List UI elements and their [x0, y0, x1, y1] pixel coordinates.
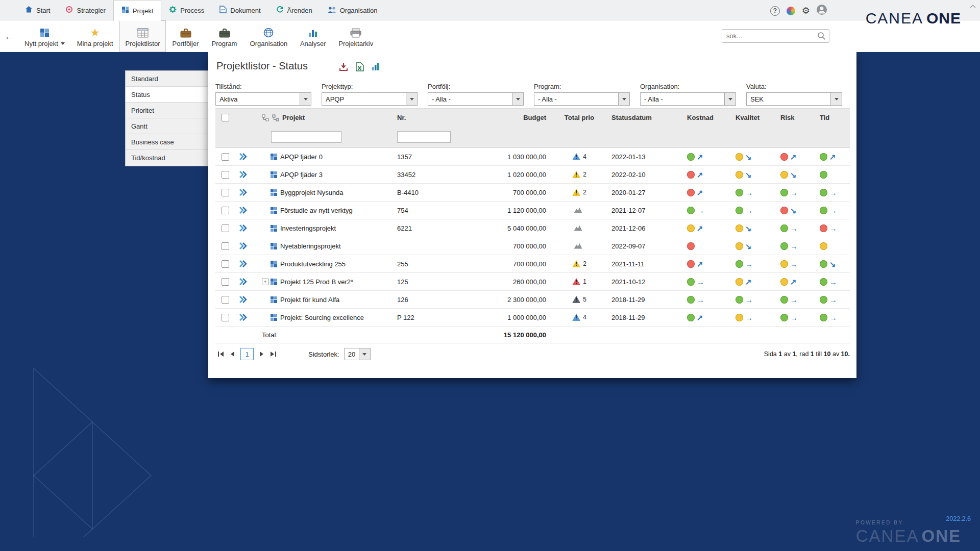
project-name-link[interactable]: Projekt för kund Alfa — [280, 296, 339, 304]
back-arrow-icon[interactable]: ← — [4, 30, 15, 43]
row-checkbox[interactable] — [222, 224, 229, 232]
open-project-button[interactable] — [235, 296, 258, 303]
toolbar-projektlistor[interactable]: Projektlistor — [119, 20, 166, 52]
sidebar-item[interactable]: Tid/kostnad — [126, 150, 208, 166]
status-date: 2021-12-06 — [607, 224, 674, 232]
open-project-button[interactable] — [235, 314, 258, 321]
toolbar-mina-projekt[interactable]: ★ Mina projekt — [71, 20, 119, 52]
column-header-statusdatum[interactable]: Statusdatum — [607, 114, 674, 121]
search-input[interactable] — [722, 29, 829, 43]
filter-dropdown[interactable]: APQP — [322, 92, 418, 106]
select-all-checkbox[interactable] — [222, 114, 229, 121]
toolbar-organisation[interactable]: Organisation — [244, 20, 294, 52]
project-name-link[interactable]: Investeringsprojekt — [280, 224, 336, 232]
projekt-filter-input[interactable] — [271, 131, 341, 143]
chart-view-icon[interactable] — [372, 63, 380, 73]
open-project-button[interactable] — [235, 242, 258, 249]
expand-row-toggle[interactable] — [262, 279, 268, 285]
toolbar-program[interactable]: Program — [205, 20, 244, 52]
open-project-button[interactable] — [235, 207, 258, 214]
project-name-link[interactable]: Byggprojekt Nysunda — [280, 189, 344, 196]
status-dot — [736, 224, 743, 232]
toolbar-projektarkiv[interactable]: Projektarkiv — [332, 20, 379, 52]
project-name-link[interactable]: Nyetableringsprojekt — [280, 242, 341, 250]
tab-process[interactable]: Process — [161, 0, 212, 20]
priority-icon — [572, 260, 580, 268]
toolbar-nytt-projekt[interactable]: Nytt projekt — [18, 20, 71, 52]
chevron-down-icon[interactable] — [512, 93, 523, 105]
chevron-down-icon[interactable] — [830, 93, 842, 105]
column-header-projekt[interactable]: Projekt — [282, 114, 305, 121]
row-checkbox[interactable] — [222, 189, 229, 196]
column-header-nr[interactable]: Nr. — [393, 114, 487, 121]
chevron-down-icon[interactable] — [406, 93, 417, 105]
sidebar-item[interactable]: Business case — [126, 134, 208, 150]
chevron-down-icon[interactable] — [300, 93, 311, 105]
tab-dokument[interactable]: Dokument — [212, 0, 268, 20]
row-checkbox[interactable] — [222, 296, 229, 304]
open-project-button[interactable] — [235, 153, 258, 160]
open-project-button[interactable] — [235, 189, 258, 196]
filter-dropdown[interactable]: Aktiva — [215, 92, 311, 106]
tab-strategier[interactable]: Strategier — [58, 0, 113, 20]
sidebar-item[interactable]: Standard — [126, 71, 208, 87]
chevron-up-icon[interactable] — [969, 1, 976, 10]
project-name-link[interactable]: Projekt 125 Prod B ver2* — [280, 278, 353, 286]
row-checkbox[interactable] — [222, 153, 229, 161]
column-header-risk[interactable]: Risk — [768, 114, 812, 121]
tab-organisation[interactable]: Organisation — [320, 0, 385, 20]
project-name-link[interactable]: Projekt: Sourcing excellence — [280, 314, 364, 321]
chevron-down-icon[interactable] — [724, 93, 736, 105]
filter-dropdown[interactable]: - Alla - — [534, 92, 630, 106]
open-project-button[interactable] — [235, 260, 258, 267]
sidebar-item[interactable]: Status — [126, 87, 208, 103]
filter-dropdown[interactable]: - Alla - — [428, 92, 524, 106]
open-project-button[interactable] — [235, 278, 258, 285]
nr-filter-input[interactable] — [397, 131, 451, 143]
first-page-button[interactable] — [215, 348, 227, 360]
dropdown-caret-icon[interactable] — [61, 42, 65, 47]
sidebar-item[interactable]: Prioritet — [126, 103, 208, 118]
row-checkbox[interactable] — [222, 242, 229, 250]
project-name-link[interactable]: APQP fjäder 3 — [280, 171, 323, 179]
user-avatar[interactable] — [817, 5, 827, 17]
column-header-total-prio[interactable]: Total prio — [551, 114, 607, 121]
theme-palette-icon[interactable] — [787, 7, 795, 15]
prev-page-button[interactable] — [227, 348, 238, 360]
column-header-tid[interactable]: Tid — [812, 114, 850, 121]
row-checkbox[interactable] — [222, 171, 229, 179]
column-header-kvalitet[interactable]: Kvalitet — [722, 114, 768, 121]
row-checkbox[interactable] — [222, 207, 229, 214]
next-page-button[interactable] — [256, 348, 267, 360]
filter-dropdown[interactable]: - Alla - — [640, 92, 736, 106]
help-icon[interactable]: ? — [770, 6, 780, 16]
open-project-button[interactable] — [235, 171, 258, 178]
project-name-link[interactable]: Förstudie av nytt verktyg — [280, 207, 353, 214]
tab-start[interactable]: Start — [17, 0, 58, 20]
settings-gear-icon[interactable]: ⚙ — [802, 6, 810, 15]
chevron-down-icon[interactable] — [618, 93, 629, 105]
row-checkbox[interactable] — [222, 314, 229, 321]
project-name-link[interactable]: APQP fjäder 0 — [280, 153, 323, 161]
search-icon[interactable] — [817, 32, 826, 42]
filter-dropdown[interactable]: SEK — [746, 92, 842, 106]
column-header-kostnad[interactable]: Kostnad — [674, 114, 722, 121]
tab-projekt[interactable]: Projekt — [113, 0, 161, 21]
chevron-down-icon[interactable] — [359, 348, 370, 360]
toolbar-analyser[interactable]: Analyser — [293, 20, 332, 52]
collapse-all-icon[interactable] — [272, 114, 279, 121]
export-download-icon[interactable] — [339, 62, 348, 73]
last-page-button[interactable] — [267, 348, 279, 360]
current-page-input[interactable]: 1 — [240, 348, 254, 360]
column-header-budget[interactable]: Budget — [487, 114, 551, 121]
excel-export-icon[interactable] — [356, 62, 364, 73]
expand-all-icon[interactable] — [262, 114, 269, 121]
project-name-link[interactable]: Produktutveckling 255 — [280, 260, 346, 268]
page-size-dropdown[interactable]: 20 — [344, 348, 371, 360]
sidebar-item[interactable]: Gantt — [126, 118, 208, 134]
row-checkbox[interactable] — [222, 278, 229, 286]
toolbar-portfoljer[interactable]: Portföljer — [166, 20, 205, 52]
row-checkbox[interactable] — [222, 260, 229, 268]
tab-arenden[interactable]: Ärenden — [268, 0, 320, 20]
open-project-button[interactable] — [235, 224, 258, 232]
